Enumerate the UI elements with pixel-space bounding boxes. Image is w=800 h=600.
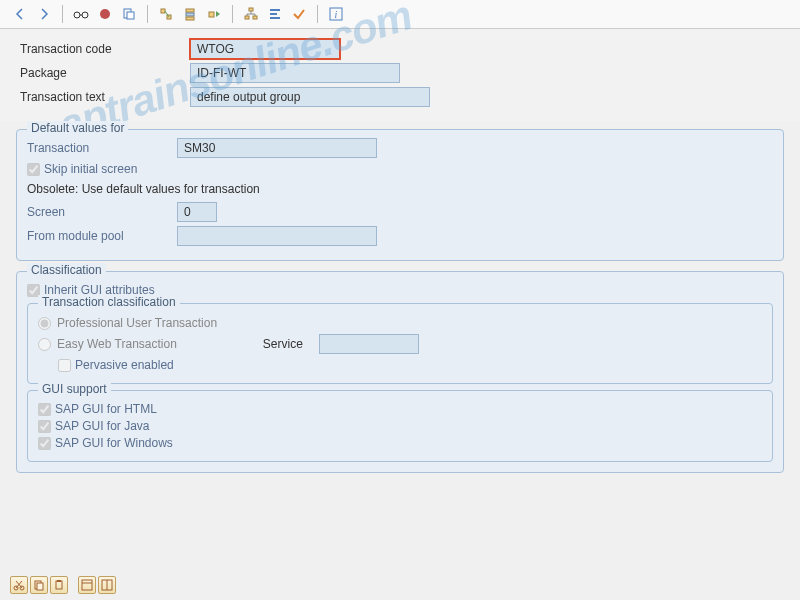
classification-legend: Classification <box>27 263 106 277</box>
classification-fieldset: Classification Inherit GUI attributes Tr… <box>16 271 784 473</box>
screen-input <box>177 202 217 222</box>
pervasive-checkbox <box>58 359 71 372</box>
obsolete-text: Obsolete: Use default values for transac… <box>27 182 773 196</box>
tcode-label: Transaction code <box>20 42 190 56</box>
svg-rect-15 <box>253 16 257 19</box>
svg-rect-30 <box>37 583 43 590</box>
svg-point-3 <box>100 9 110 19</box>
transaction-input <box>177 138 377 158</box>
svg-point-0 <box>74 12 80 18</box>
trans-class-legend: Transaction classification <box>38 295 180 309</box>
main-toolbar: i <box>0 0 800 29</box>
align-icon[interactable] <box>265 4 285 24</box>
ttext-input <box>190 87 430 107</box>
layout1-icon[interactable] <box>78 576 96 594</box>
skip-initial-label: Skip initial screen <box>44 162 137 176</box>
header-form: Transaction code Package Transaction tex… <box>0 29 800 121</box>
svg-rect-33 <box>82 580 92 590</box>
gui-html-checkbox <box>38 403 51 416</box>
tree-icon[interactable] <box>241 4 261 24</box>
service-label: Service <box>263 337 303 351</box>
back-icon[interactable] <box>10 4 30 24</box>
svg-rect-12 <box>209 12 214 17</box>
hierarchy-stack-icon[interactable] <box>180 4 200 24</box>
copy-clipboard-icon[interactable] <box>30 576 48 594</box>
package-label: Package <box>20 66 190 80</box>
screen-label: Screen <box>27 205 177 219</box>
svg-rect-32 <box>57 580 61 582</box>
toolbar-separator <box>232 5 233 23</box>
svg-rect-9 <box>186 9 194 12</box>
transaction-label: Transaction <box>27 141 177 155</box>
package-input <box>190 63 400 83</box>
execute-icon[interactable] <box>95 4 115 24</box>
hierarchy-remove-icon[interactable] <box>204 4 224 24</box>
gui-windows-label: SAP GUI for Windows <box>55 436 173 450</box>
svg-rect-11 <box>186 17 194 20</box>
trans-class-fieldset: Transaction classification Professional … <box>27 303 773 384</box>
skip-initial-checkbox <box>27 163 40 176</box>
paste-icon[interactable] <box>50 576 68 594</box>
glasses-icon[interactable] <box>71 4 91 24</box>
module-pool-label: From module pool <box>27 229 177 243</box>
svg-text:i: i <box>335 9 338 20</box>
svg-rect-5 <box>127 12 134 19</box>
professional-radio <box>38 317 51 330</box>
module-pool-input <box>177 226 377 246</box>
gui-support-legend: GUI support <box>38 382 111 396</box>
gui-windows-checkbox <box>38 437 51 450</box>
gui-html-label: SAP GUI for HTML <box>55 402 157 416</box>
service-input <box>319 334 419 354</box>
hierarchy-insert-icon[interactable] <box>156 4 176 24</box>
forward-icon[interactable] <box>34 4 54 24</box>
bottom-toolbar <box>10 576 116 594</box>
svg-rect-10 <box>186 13 194 16</box>
toolbar-separator <box>62 5 63 23</box>
cut-icon[interactable] <box>10 576 28 594</box>
pervasive-label: Pervasive enabled <box>75 358 174 372</box>
gui-support-fieldset: GUI support SAP GUI for HTML SAP GUI for… <box>27 390 773 462</box>
info-icon[interactable]: i <box>326 4 346 24</box>
easyweb-label: Easy Web Transaction <box>57 337 177 351</box>
gui-java-checkbox <box>38 420 51 433</box>
copy-icon[interactable] <box>119 4 139 24</box>
check-icon[interactable] <box>289 4 309 24</box>
defaults-fieldset: Default values for Transaction Skip init… <box>16 129 784 261</box>
easyweb-radio <box>38 338 51 351</box>
toolbar-separator <box>147 5 148 23</box>
ttext-label: Transaction text <box>20 90 190 104</box>
professional-label: Professional User Transaction <box>57 316 217 330</box>
toolbar-separator <box>317 5 318 23</box>
layout2-icon[interactable] <box>98 576 116 594</box>
gui-java-label: SAP GUI for Java <box>55 419 149 433</box>
svg-rect-13 <box>249 8 253 11</box>
svg-point-1 <box>82 12 88 18</box>
svg-rect-6 <box>161 9 165 13</box>
tcode-input[interactable] <box>190 39 340 59</box>
svg-rect-14 <box>245 16 249 19</box>
svg-rect-31 <box>56 581 62 589</box>
defaults-legend: Default values for <box>27 121 128 135</box>
